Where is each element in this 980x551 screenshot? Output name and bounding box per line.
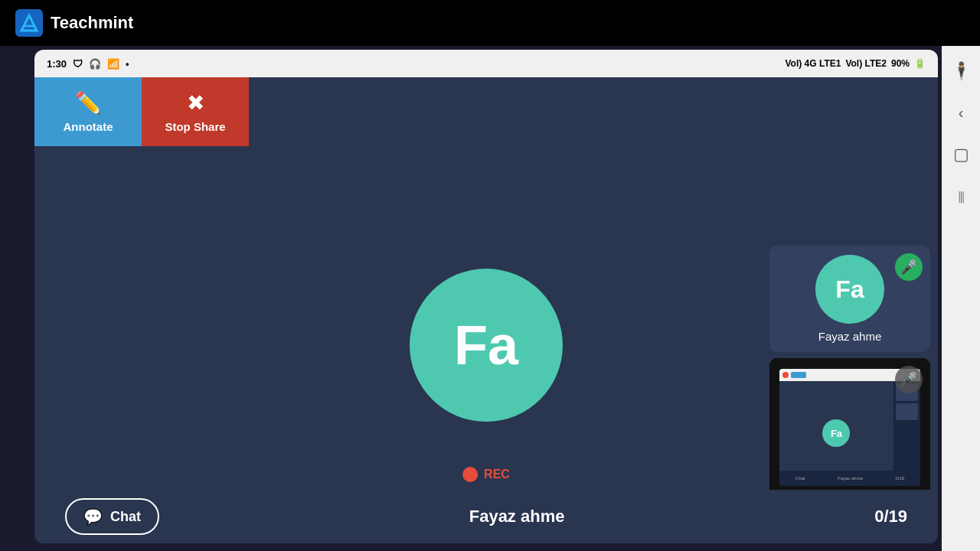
screen-share-card: 🎤 Fa (769, 358, 930, 496)
back-icon[interactable]: ‹ (959, 104, 964, 122)
current-user-label: Fayaz ahme (469, 507, 565, 527)
chat-label: Chat (110, 509, 141, 525)
main-content: Fa 🎤 Fa Fayaz ahme 🎤 (34, 146, 938, 543)
mini-close-btn (782, 372, 789, 378)
square-icon: ▢ (953, 145, 969, 165)
chat-button[interactable]: 💬 Chat (65, 498, 159, 535)
headphones-icon: 🎧 (89, 58, 101, 70)
participant-name: Fayaz ahme (818, 330, 882, 343)
toolbar: ✏️ Annotate ✖ Stop Share (34, 77, 938, 146)
right-nav: 🕴 ‹ ▢ ⦀ (942, 46, 980, 551)
participant-initials: Fa (835, 276, 864, 304)
top-bar: Teachmint (0, 0, 980, 46)
rec-dot (462, 467, 478, 482)
close-icon: ✖ (187, 90, 204, 116)
participant-count: 0/19 (874, 507, 907, 527)
accessibility-icon: 🕴 (951, 61, 972, 81)
status-bar: 1:30 🛡 🎧 📶 • Vol) 4G LTE1 Vol) LTE2 90% … (34, 50, 938, 77)
rec-indicator: REC (462, 467, 510, 482)
center-avatar: Fa (410, 269, 563, 422)
signal-left: Vol) 4G LTE1 (786, 58, 841, 69)
participant-avatar: Fa (815, 255, 884, 324)
shield-icon: 🛡 (73, 58, 83, 70)
mini-sidebar-item (896, 403, 918, 420)
teachmint-logo-icon (15, 9, 43, 37)
time: 1:30 (47, 58, 67, 70)
wifi-icon: 📶 (107, 58, 119, 70)
dot-icon: • (126, 58, 129, 70)
mic-mute-icon[interactable]: 🎤 (895, 366, 923, 393)
battery: 90% (891, 58, 910, 69)
status-left: 1:30 🛡 🎧 📶 • (47, 58, 129, 70)
participant-card-primary: 🎤 Fa Fayaz ahme (769, 246, 930, 352)
mini-bottom-bar: Chat Fayaz ahme 0/19 (779, 471, 921, 486)
mic-on-icon[interactable]: 🎤 (895, 253, 923, 281)
stop-share-button[interactable]: ✖ Stop Share (142, 77, 249, 146)
menu-icon: ⦀ (958, 187, 965, 207)
mini-blue-btn (791, 372, 806, 378)
signal-right: Vol) LTE2 (845, 58, 887, 69)
center-avatar-initials: Fa (454, 314, 518, 377)
battery-icon: 🔋 (914, 58, 926, 69)
status-right: Vol) 4G LTE1 Vol) LTE2 90% 🔋 (786, 58, 926, 69)
phone-frame: 1:30 🛡 🎧 📶 • Vol) 4G LTE1 Vol) LTE2 90% … (34, 50, 938, 543)
right-panel: 🎤 Fa Fayaz ahme 🎤 (769, 246, 930, 496)
bottom-bar: 💬 Chat Fayaz ahme 0/19 (34, 490, 938, 543)
annotate-button[interactable]: ✏️ Annotate (34, 77, 142, 146)
rec-text: REC (484, 468, 510, 481)
annotate-label: Annotate (64, 120, 113, 133)
app-name: Teachmint (51, 13, 133, 33)
chat-icon: 💬 (83, 507, 103, 526)
stop-share-label: Stop Share (165, 120, 225, 133)
mini-avatar: Fa (822, 419, 850, 447)
pencil-icon: ✏️ (75, 90, 102, 116)
center-avatar-circle: Fa (410, 269, 563, 422)
logo-container: Teachmint (15, 9, 133, 37)
